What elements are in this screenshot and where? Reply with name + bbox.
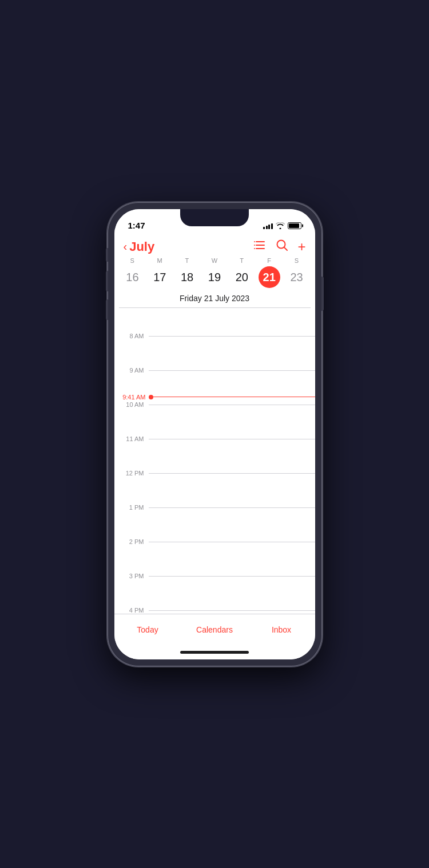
time-label: 11 AM — [114, 435, 149, 442]
day-numbers: 16 17 18 19 20 21 23 — [119, 266, 311, 288]
svg-line-7 — [284, 247, 288, 251]
time-divider — [149, 542, 315, 542]
back-chevron-icon: ‹ — [124, 241, 128, 252]
day-label-mon: M — [146, 257, 173, 264]
header: ‹ July — [114, 234, 315, 257]
time-divider — [149, 473, 315, 474]
time-label: 9 AM — [114, 367, 149, 374]
back-label: July — [129, 239, 154, 254]
time-row: 10 AM — [114, 405, 315, 439]
time-grid[interactable]: 12 AM1 AM2 AM3 AM4 AM5 AM6 AM7 AM8 AM9 A… — [114, 308, 315, 614]
time-divider — [149, 507, 315, 508]
svg-point-4 — [254, 245, 255, 246]
svg-point-3 — [254, 241, 255, 242]
day-label-wed: W — [201, 257, 228, 264]
time-divider — [149, 439, 315, 439]
selected-date: Friday 21 July 2023 — [119, 291, 311, 308]
time-divider — [149, 336, 315, 337]
status-icons — [263, 222, 301, 229]
day-labels: S M T W T F S — [119, 257, 311, 264]
week-calendar: S M T W T F S 16 17 18 19 20 21 23 — [114, 257, 315, 308]
header-actions: + — [254, 239, 305, 255]
time-row: 11 AM — [114, 439, 315, 473]
time-divider — [149, 576, 315, 577]
day-label-thu: T — [228, 257, 256, 264]
time-divider — [149, 370, 315, 371]
time-row: 8 AM — [114, 336, 315, 370]
current-time-indicator: 9:41 AM — [114, 394, 315, 401]
current-time-line — [153, 397, 315, 398]
time-label: 12 PM — [114, 470, 149, 477]
app-content: ‹ July — [114, 234, 315, 659]
tab-inbox[interactable]: Inbox — [248, 625, 315, 634]
battery-icon — [288, 222, 301, 229]
day-19[interactable]: 19 — [201, 266, 228, 288]
svg-point-5 — [254, 248, 255, 249]
time-row: 12 PM — [114, 473, 315, 507]
current-time-dot — [149, 395, 153, 399]
day-23[interactable]: 23 — [283, 266, 311, 288]
current-time-label: 9:41 AM — [114, 394, 149, 401]
time-row: 1 PM — [114, 507, 315, 542]
day-label-fri: F — [256, 257, 283, 264]
time-row: 3 PM — [114, 576, 315, 610]
tab-today[interactable]: Today — [114, 625, 181, 634]
home-indicator — [114, 646, 315, 659]
status-time: 1:47 — [128, 221, 145, 230]
tab-calendars[interactable]: Calendars — [181, 625, 248, 634]
back-button[interactable]: ‹ July — [124, 239, 155, 254]
time-label: 4 PM — [114, 607, 149, 614]
signal-icon — [263, 222, 273, 229]
day-label-sat: S — [283, 257, 311, 264]
day-18[interactable]: 18 — [173, 266, 201, 288]
day-21-today[interactable]: 21 — [259, 266, 280, 288]
time-label: 10 AM — [114, 401, 149, 408]
day-label-tue: T — [173, 257, 201, 264]
search-icon[interactable] — [276, 239, 288, 254]
home-bar — [180, 651, 249, 654]
time-label: 1 PM — [114, 504, 149, 511]
day-label-sun: S — [119, 257, 146, 264]
time-row: 7 AM — [114, 308, 315, 336]
day-20[interactable]: 20 — [228, 266, 256, 288]
time-divider — [149, 405, 315, 405]
add-icon[interactable]: + — [297, 239, 305, 255]
time-label: 2 PM — [114, 538, 149, 545]
time-label: 3 PM — [114, 573, 149, 579]
day-16[interactable]: 16 — [119, 266, 146, 288]
time-row: 2 PM — [114, 542, 315, 576]
tab-bar: Today Calendars Inbox — [114, 614, 315, 646]
time-divider — [149, 610, 315, 611]
wifi-icon — [276, 222, 285, 229]
day-17[interactable]: 17 — [146, 266, 173, 288]
time-label: 8 AM — [114, 333, 149, 339]
list-icon[interactable] — [254, 240, 267, 253]
